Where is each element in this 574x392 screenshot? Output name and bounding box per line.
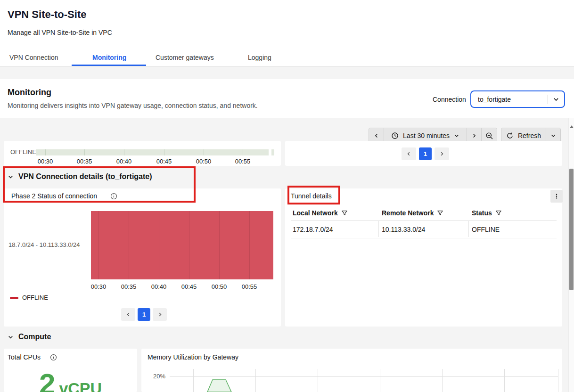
x-tick-label: 00:30 — [38, 158, 53, 165]
filter-icon[interactable] — [341, 210, 348, 216]
pagination-next-button[interactable] — [153, 308, 167, 321]
cell-local-network: 172.18.7.0/24 — [293, 226, 333, 233]
x-tick-label: 00:40 — [151, 283, 167, 290]
strip-tick — [84, 149, 85, 155]
chevron-left-icon — [406, 151, 411, 156]
clock-icon — [391, 132, 399, 139]
x-tick-label: 00:55 — [235, 158, 251, 165]
column-label: Local Network — [293, 209, 338, 217]
y-tick-label: 20% — [153, 373, 165, 380]
table-header-divider — [291, 220, 557, 220]
column-header-remote-network: Remote Network — [382, 209, 443, 217]
connection-label: Connection — [433, 96, 466, 103]
memory-utilization-card: Memory Utilization by Gateway 20% — [141, 349, 562, 392]
overflow-menu-button[interactable] — [550, 190, 563, 203]
connection-select[interactable]: to_fortigate — [470, 90, 565, 108]
tab-vpn-connection[interactable]: VPN Connection — [9, 54, 58, 61]
monitoring-description: Monitoring delivers insights into VPN ga… — [8, 102, 258, 109]
chevron-right-icon — [471, 133, 477, 139]
tunnel-details-card: Tunnel details Local Network Remote Netw… — [285, 188, 562, 327]
pagination-page-1[interactable]: 1 — [138, 308, 150, 321]
scrollbar-thumb[interactable] — [569, 169, 574, 290]
x-tick-label: 00:50 — [196, 158, 212, 165]
memory-card-title: Memory Utilization by Gateway — [148, 353, 238, 361]
strip-tick — [45, 149, 46, 155]
legend-offline-label: OFFLINE — [22, 294, 48, 301]
info-icon[interactable] — [110, 193, 117, 202]
chevron-down-icon — [8, 334, 14, 340]
pagination-next-button[interactable] — [435, 147, 449, 160]
chevron-left-icon — [374, 133, 379, 139]
x-tick-label: 00:40 — [116, 158, 132, 165]
filter-icon[interactable] — [437, 210, 443, 216]
chevron-down-icon — [454, 133, 459, 139]
tab-customer-gateways[interactable]: Customer gateways — [156, 54, 214, 61]
x-tick-label: 00:45 — [156, 158, 172, 165]
page-subtitle: Manage all VPN Site-to-Site in VPC — [8, 29, 112, 36]
phase2-status-card: Phase 2 Status of connection 18.7.0/24 -… — [4, 188, 281, 327]
compute-section-header[interactable]: Compute — [8, 333, 51, 341]
chart-gridline — [189, 211, 189, 279]
chart-gridline — [249, 211, 250, 279]
total-cpus-title: Total CPUs — [8, 353, 41, 361]
strip-tick — [124, 149, 124, 155]
table-row-divider — [291, 238, 557, 238]
column-header-status: Status — [472, 209, 502, 217]
chart-gridline — [318, 369, 318, 392]
tab-monitoring[interactable]: Monitoring — [92, 54, 126, 61]
tabs-divider — [0, 66, 574, 66]
refresh-icon — [506, 132, 514, 139]
tab-logging[interactable]: Logging — [248, 54, 271, 61]
chart-gridline — [159, 211, 159, 279]
chart-gridline — [504, 369, 505, 392]
header-separator-band — [0, 66, 574, 79]
refresh-label: Refresh — [518, 132, 541, 139]
chart-gridline — [558, 369, 558, 392]
page-title: VPN Site-to-Site — [8, 8, 86, 21]
cell-remote-network: 10.113.33.0/24 — [382, 226, 425, 233]
pagination-prev-button[interactable] — [402, 147, 416, 160]
phase1-status-strip — [36, 149, 269, 155]
vpn-details-section-header[interactable]: VPN Connection details (to_fortigate) — [8, 172, 152, 181]
chart-gridline — [380, 369, 380, 392]
strip-tick — [204, 149, 204, 155]
overflow-menu-icon — [553, 193, 560, 200]
total-cpus-value: 2 vCPU — [4, 369, 137, 392]
chart-gridline — [255, 369, 256, 392]
strip-tick — [164, 149, 164, 155]
x-tick-label: 00:45 — [181, 283, 197, 290]
top-pagination: 1 — [402, 147, 449, 160]
strip-tick — [243, 149, 243, 155]
cpu-unit: vCPU — [59, 379, 102, 392]
scrollbar-up-arrow[interactable] — [570, 125, 574, 128]
phase2-offline-cell — [91, 211, 273, 279]
x-tick-label: 00:55 — [242, 283, 257, 290]
chevron-right-icon — [157, 312, 163, 317]
table-column-divider — [468, 221, 469, 237]
phase1-status-card: OFFLINE 00:30 00:35 00:40 00:45 00:50 00… — [4, 141, 281, 166]
chevron-right-icon — [439, 151, 444, 156]
memory-usage-spike — [205, 377, 234, 392]
compute-section-title: Compute — [18, 333, 51, 341]
total-cpus-card: Total CPUs 2 vCPU — [4, 349, 137, 392]
info-icon[interactable] — [50, 354, 57, 363]
time-range-label: Last 30 minutes — [403, 132, 450, 139]
vpn-details-section-title: VPN Connection details (to_fortigate) — [18, 172, 152, 181]
filter-icon[interactable] — [495, 210, 502, 216]
chart-gridline — [219, 211, 220, 279]
chart-gridline — [98, 211, 99, 279]
chart-gridline — [193, 369, 194, 392]
x-tick-label: 00:35 — [121, 283, 137, 290]
cpu-count: 2 — [39, 369, 55, 392]
phase2-pagination: 1 — [121, 308, 167, 321]
connection-select-value: to_fortigate — [478, 96, 548, 103]
column-label: Remote Network — [382, 209, 434, 217]
zoom-out-icon — [485, 132, 493, 140]
monitoring-heading: Monitoring — [8, 88, 51, 98]
x-tick-label: 00:50 — [212, 283, 227, 290]
pagination-prev-button[interactable] — [121, 308, 135, 321]
tunnel-details-title: Tunnel details — [291, 192, 332, 200]
select-divider — [548, 95, 548, 104]
chart-gridline — [442, 369, 443, 392]
pagination-page-1[interactable]: 1 — [419, 147, 432, 160]
